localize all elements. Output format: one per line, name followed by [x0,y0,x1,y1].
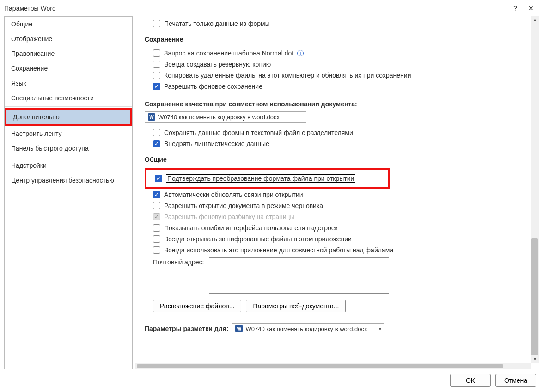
label-print-form-only: Печатать только данные из формы [164,20,270,27]
sidebar-item-customize-ribbon[interactable]: Настроить ленту [5,126,132,141]
scroll-arrow-up-icon[interactable]: ▴ [531,16,539,24]
label-encrypted: Всегда открывать зашифрованные файлы в э… [164,235,352,243]
section-layout-title: Параметры разметки для: [145,325,228,332]
checkbox-encrypted[interactable] [153,235,160,243]
checkbox-ling[interactable] [153,140,160,147]
sidebar-item-advanced[interactable]: Дополнительно [6,110,130,124]
section-share-title: Сохранение качества при совместном испол… [145,100,357,108]
dialog-footer: OK Отмена [0,369,543,392]
row-mail-address: Почтовый адрес: [145,256,521,295]
title-bar: Параметры Word ? ✕ [0,0,543,16]
label-form-text: Сохранять данные формы в текстовый файл … [164,129,353,136]
section-share-quality: Сохранение качества при совместном испол… [145,100,521,122]
row-form-text: Сохранять данные формы в текстовый файл … [145,127,521,138]
section-general: Общие [145,156,521,163]
label-draft: Разрешить открытие документа в режиме че… [164,202,323,209]
close-button[interactable]: ✕ [523,5,539,12]
sidebar-item-trust-center[interactable]: Центр управления безопасностью [5,173,132,188]
row-backup: Всегда создавать резервную копию [145,59,521,70]
label-backup: Всегда создавать резервную копию [164,61,271,68]
layout-doc-dropdown[interactable]: W W0740 как поменять кодировку в word.do… [232,323,384,334]
checkbox-bg-save[interactable] [153,83,160,90]
sidebar-item-addins[interactable]: Надстройки [5,158,132,173]
horizontal-scrollbar[interactable] [135,363,531,369]
chevron-down-icon: ▾ [379,326,381,331]
label-prompt-normal: Запрос на сохранение шаблона Normal.dot [164,49,293,57]
sidebar-item-display[interactable]: Отображение [5,31,132,46]
checkbox-prompt-normal[interactable] [153,49,160,57]
checkbox-auto-links[interactable] [153,191,160,198]
checkbox-draft[interactable] [153,202,160,209]
row-prompt-normal: Запрос на сохранение шаблона Normal.dot … [145,48,521,59]
file-locations-button[interactable]: Расположение файлов... [153,300,241,312]
label-ling: Внедрять лингвистические данные [164,140,269,147]
label-addin-errors: Показывать ошибки интерфейса пользовател… [164,224,338,232]
sidebar-item-qat[interactable]: Панель быстрого доступа [5,141,132,156]
label-confirm-conv: Подтверждать преобразование формата файл… [166,174,355,183]
checkbox-form-text[interactable] [153,129,160,136]
label-mail: Почтовый адрес: [153,257,204,266]
vertical-scrollbar[interactable]: ▴ ▾ [531,16,539,363]
mail-address-textarea[interactable] [209,257,389,294]
row-layout-for: Параметры разметки для: W W0740 как поме… [145,323,521,334]
checkbox-addin-errors[interactable] [153,224,160,232]
options-content: Печатать только данные из формы Сохранен… [135,16,531,363]
dialog-title: Параметры Word [4,5,56,12]
row-encrypted: Всегда открывать зашифрованные файлы в э… [145,233,521,245]
row-bg-save: Разрешить фоновое сохранение [145,81,521,92]
scroll-arrow-down-icon[interactable]: ▾ [531,355,539,363]
help-button[interactable]: ? [507,5,523,12]
row-confirm-conv: Подтверждать преобразование формата файл… [155,172,384,184]
word-doc-icon: W [235,325,243,332]
row-general-buttons: Расположение файлов... Параметры веб-док… [145,295,521,317]
row-ling: Внедрять лингвистические данные [145,138,521,149]
checkbox-print-form-only[interactable] [153,20,160,27]
highlight-confirm-conversion: Подтверждать преобразование формата файл… [145,168,390,189]
share-doc-dropdown[interactable]: W W0740 как поменять кодировку в word.do… [145,111,306,122]
label-copy-remote: Копировать удаленные файлы на этот компь… [164,72,411,79]
checkbox-confirm-conv[interactable] [155,175,162,182]
cancel-button[interactable]: Отмена [495,374,536,387]
label-bg-pagination: Разрешить фоновую разбивку на страницы [164,213,295,220]
checkbox-coauth[interactable] [153,246,160,254]
web-options-button[interactable]: Параметры веб-документа... [246,300,346,312]
row-draft: Разрешить открытие документа в режиме че… [145,200,521,211]
row-copy-remote: Копировать удаленные файлы на этот компь… [145,70,521,81]
sidebar-item-accessibility[interactable]: Специальные возможности [5,91,132,105]
sidebar-item-language[interactable]: Язык [5,76,132,91]
vertical-scroll-thumb[interactable] [531,238,538,358]
label-bg-save: Разрешить фоновое сохранение [164,83,262,90]
share-doc-name: W0740 как поменять кодировку в word.docx [158,114,303,121]
row-coauth: Всегда использовать это приложение для с… [145,245,521,256]
sidebar-item-general[interactable]: Общие [5,17,132,31]
content-wrap: Печатать только данные из формы Сохранен… [135,16,539,369]
row-auto-links: Автоматически обновлять связи при открыт… [145,189,521,200]
horizontal-scroll-thumb[interactable] [137,364,503,368]
category-sidebar: Общие Отображение Правописание Сохранени… [4,16,133,369]
highlight-advanced: Дополнительно [5,108,132,126]
sidebar-item-proofing[interactable]: Правописание [5,46,132,61]
row-bg-pagination: Разрешить фоновую разбивку на страницы [145,211,521,222]
word-doc-icon: W [148,113,155,121]
checkbox-backup[interactable] [153,61,160,68]
info-icon[interactable]: i [297,50,304,56]
checkbox-bg-pagination [153,213,160,220]
label-coauth: Всегда использовать это приложение для с… [164,246,393,254]
label-auto-links: Автоматически обновлять связи при открыт… [164,191,303,198]
layout-doc-name: W0740 как поменять кодировку в word.docx [245,325,376,332]
ok-button[interactable]: OK [450,374,491,387]
section-save: Сохранение [145,36,521,43]
checkbox-copy-remote[interactable] [153,72,160,79]
dialog-body: Общие Отображение Правописание Сохранени… [4,16,539,369]
row-addin-errors: Показывать ошибки интерфейса пользовател… [145,222,521,233]
row-print-form-only: Печатать только данные из формы [145,18,521,29]
sidebar-item-save[interactable]: Сохранение [5,61,132,76]
